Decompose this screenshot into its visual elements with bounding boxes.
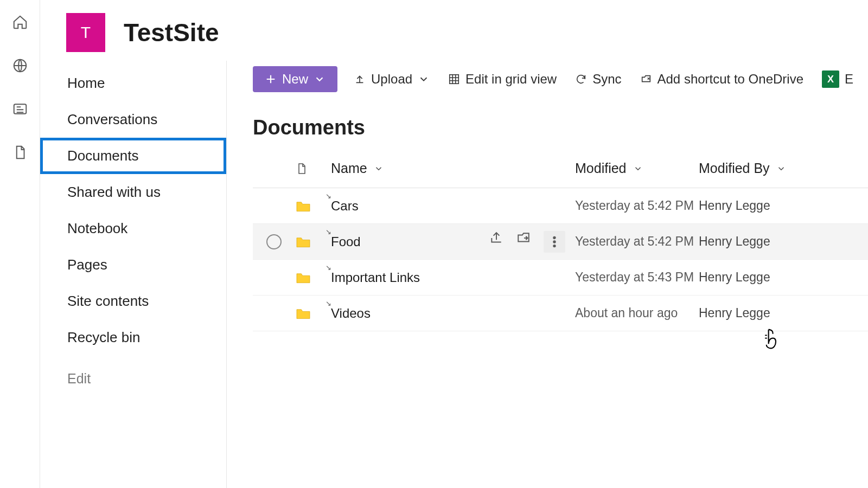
row-modified-by[interactable]: Henry Legge [699, 234, 868, 249]
row-name[interactable]: ↘Videos [331, 306, 371, 321]
table-header-row: Name Modified Modified By [253, 149, 868, 188]
upload-button[interactable]: Upload [352, 66, 432, 92]
table-row[interactable]: ↘FoodYesterday at 5:42 PMHenry Legge [253, 224, 868, 260]
svg-point-3 [553, 236, 555, 238]
row-name-text: Cars [331, 198, 359, 214]
folder-icon [295, 235, 311, 248]
sync-label: Sync [592, 72, 621, 87]
nav-label: Conversations [67, 111, 157, 127]
plus-icon [265, 73, 277, 85]
row-modified-by[interactable]: Henry Legge [699, 198, 868, 213]
rail-globe-icon[interactable] [11, 56, 29, 75]
row-name[interactable]: ↘Cars [331, 198, 359, 214]
nav-label: Home [67, 75, 105, 91]
row-modified-by[interactable]: Henry Legge [699, 270, 868, 285]
nav-item-notebook[interactable]: Notebook [40, 210, 226, 247]
row-name-text: Important Links [331, 270, 420, 285]
new-label: New [282, 72, 308, 87]
grid-icon [448, 73, 460, 85]
table-row[interactable]: ↘Important LinksYesterday at 5:43 PMHenr… [253, 260, 868, 296]
row-name-text: Videos [331, 306, 371, 321]
svg-rect-2 [450, 75, 459, 84]
app-rail [0, 0, 40, 488]
nav-label: Site contents [67, 293, 149, 309]
document-table: Name Modified Modified By ↘CarsYesterday… [253, 149, 868, 331]
chevron-down-icon [776, 164, 786, 174]
chevron-down-icon [633, 164, 643, 174]
nav-label: Pages [67, 256, 107, 273]
col-mod-label: Modified [575, 160, 627, 176]
upload-icon [354, 73, 366, 85]
nav-item-shared[interactable]: Shared with us [40, 174, 226, 210]
nav-item-documents[interactable]: Documents [40, 138, 226, 174]
export-excel-button[interactable]: X E [820, 66, 856, 92]
col-header-modified-by[interactable]: Modified By [699, 160, 868, 176]
link-overlay-icon: ↘ [326, 192, 331, 200]
chevron-down-icon [418, 73, 430, 85]
link-overlay-icon: ↘ [326, 264, 331, 272]
new-button[interactable]: New [253, 66, 337, 92]
link-overlay-icon: ↘ [326, 299, 331, 307]
library-title: Documents [253, 100, 868, 149]
col-header-name[interactable]: Name [331, 160, 575, 176]
row-name[interactable]: ↘Important Links [331, 270, 420, 285]
share-icon[interactable] [489, 231, 503, 245]
select-circle-icon[interactable] [266, 234, 282, 249]
row-select[interactable] [253, 234, 295, 249]
nav-item-home[interactable]: Home [40, 65, 226, 101]
excel-label: E [845, 72, 853, 87]
nav-item-sitecontents[interactable]: Site contents [40, 283, 226, 319]
svg-point-4 [553, 241, 555, 242]
more-vertical-icon [547, 235, 561, 249]
row-modified: Yesterday at 5:43 PM [575, 270, 699, 285]
site-logo[interactable]: T [66, 13, 105, 52]
row-folder-icon [295, 271, 331, 284]
table-row[interactable]: ↘VideosAbout an hour agoHenry Legge [253, 296, 868, 331]
sync-button[interactable]: Sync [573, 66, 623, 92]
chevron-down-icon [374, 164, 384, 174]
sync-icon [575, 73, 587, 85]
col-name-label: Name [331, 160, 367, 176]
content-area: New Upload Edit in grid view Sync [227, 61, 868, 488]
shortcut-label: Add shortcut to OneDrive [658, 72, 803, 87]
move-icon[interactable] [516, 231, 531, 245]
folder-icon [295, 200, 311, 213]
nav-item-recyclebin[interactable]: Recycle bin [40, 319, 226, 356]
file-type-icon [295, 160, 308, 177]
folder-icon [295, 307, 311, 320]
nav-item-conversations[interactable]: Conversations [40, 101, 226, 138]
upload-label: Upload [371, 72, 412, 87]
command-bar: New Upload Edit in grid view Sync [253, 66, 868, 100]
nav-item-pages[interactable]: Pages [40, 247, 226, 283]
edit-grid-button[interactable]: Edit in grid view [446, 66, 559, 92]
onedrive-shortcut-icon [640, 73, 652, 85]
nav-label: Shared with us [67, 184, 161, 200]
rail-home-icon[interactable] [11, 13, 29, 31]
col-type-icon[interactable] [295, 160, 331, 177]
nav-label: Documents [67, 147, 139, 164]
nav-edit-link[interactable]: Edit [40, 356, 226, 387]
nav-label: Recycle bin [67, 329, 140, 345]
row-modified: About an hour ago [575, 306, 699, 320]
row-name-text: Food [331, 234, 361, 249]
row-folder-icon [295, 200, 331, 213]
more-actions-button[interactable] [544, 231, 565, 253]
row-name[interactable]: ↘Food [331, 234, 361, 249]
site-name[interactable]: TestSite [124, 18, 219, 47]
row-modified: Yesterday at 5:42 PM [575, 198, 699, 213]
table-row[interactable]: ↘CarsYesterday at 5:42 PMHenry Legge [253, 188, 868, 224]
row-modified-by[interactable]: Henry Legge [699, 306, 868, 320]
row-folder-icon [295, 307, 331, 320]
row-modified: Yesterday at 5:42 PM [575, 234, 699, 249]
rail-news-icon[interactable] [11, 100, 29, 118]
edit-grid-label: Edit in grid view [465, 72, 557, 87]
rail-file-icon[interactable] [11, 143, 29, 162]
excel-icon: X [822, 70, 839, 88]
mouse-pointer-icon [763, 328, 780, 355]
chevron-down-icon [314, 73, 326, 85]
col-modby-label: Modified By [699, 160, 770, 176]
col-header-modified[interactable]: Modified [575, 160, 699, 176]
nav-edit-label: Edit [67, 371, 91, 386]
site-header: T TestSite [40, 0, 868, 61]
add-shortcut-button[interactable]: Add shortcut to OneDrive [638, 66, 806, 92]
